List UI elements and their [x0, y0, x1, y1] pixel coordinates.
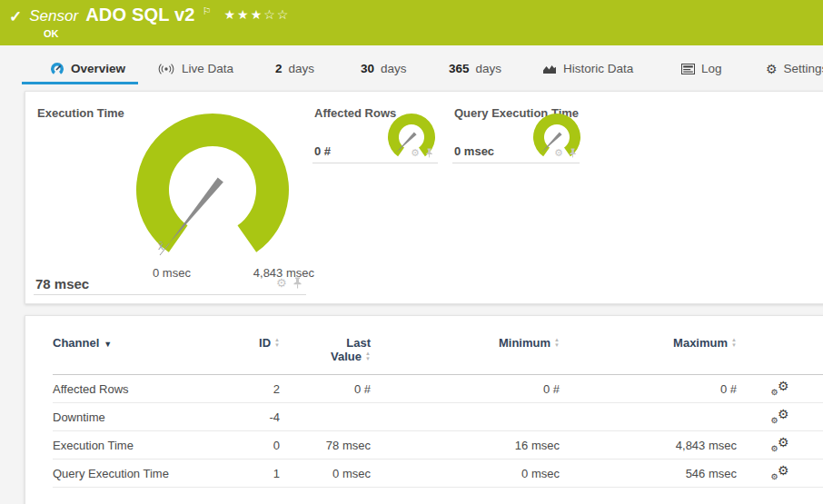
column-header-minimum[interactable]: Minimum▲▼ [371, 332, 560, 375]
tab-label: Live Data [182, 62, 233, 75]
channel-id: -4 [212, 403, 280, 431]
table-header-row: Channel▼ ID▲▼ Last Value▲▼ Minimum▲▼ Max… [53, 332, 823, 375]
gauge-icon [50, 62, 64, 75]
tab-number: 2 [275, 62, 283, 75]
column-label: Value [331, 350, 362, 363]
tab-30-days[interactable]: 30 days [361, 54, 407, 83]
gear-icon[interactable]: ⚙ [411, 148, 420, 158]
column-label: Maximum [673, 336, 728, 350]
channel-last-value: 78 msec [280, 431, 371, 460]
channel-id: 2 [212, 375, 280, 403]
sort-icon: ▲▼ [274, 338, 280, 348]
channel-maximum [560, 403, 737, 431]
widget-actions: ⚙ [276, 277, 302, 289]
ok-check-icon: ✓ [9, 7, 22, 26]
execution-time-value: 78 msec [35, 276, 89, 292]
table-row: Query Execution Time 1 0 msec 0 msec 546… [53, 460, 823, 488]
pin-icon[interactable] [569, 148, 577, 158]
channel-maximum: 0 # [560, 375, 737, 403]
channels-panel: Channel▼ ID▲▼ Last Value▲▼ Minimum▲▼ Max… [25, 315, 823, 504]
sensor-status-header: ✓ Sensor ADO SQL v2 ⚐ ★★★☆☆ OK [0, 0, 823, 45]
table-row: Downtime -4 ⚙⚙ [53, 403, 823, 431]
status-badge: OK [44, 28, 59, 39]
execution-time-gauge [133, 110, 293, 257]
channel-name[interactable]: Downtime [53, 403, 212, 431]
flag-icon[interactable]: ⚐ [203, 5, 212, 17]
channel-last-value: 0 msec [280, 460, 371, 488]
tab-label: Log [701, 62, 722, 75]
priority-stars[interactable]: ★★★☆☆ [224, 7, 291, 22]
affected-rows-value: 0 # [314, 144, 331, 158]
channel-minimum: 16 msec [371, 431, 560, 460]
area-chart-icon [542, 63, 557, 74]
gauge-title-affected-rows: Affected Rows [314, 106, 396, 120]
column-header-settings [737, 332, 823, 375]
channel-id: 0 [212, 431, 280, 460]
gear-icon: ⚙ [766, 63, 778, 75]
channel-settings-icon[interactable]: ⚙⚙ [771, 380, 789, 395]
sort-icon: ▲▼ [365, 351, 371, 361]
channel-table: Channel▼ ID▲▼ Last Value▲▼ Minimum▲▼ Max… [53, 332, 823, 488]
channel-settings-icon[interactable]: ⚙⚙ [771, 437, 789, 451]
tab-label: Settings [784, 62, 823, 75]
column-header-id[interactable]: ID▲▼ [212, 332, 280, 375]
gauge-min-label: 0 msec [153, 266, 191, 280]
sensor-title: ADO SQL v2 [85, 5, 195, 25]
widget-divider [34, 294, 306, 295]
tab-label: days [476, 62, 502, 75]
channel-last-value [280, 403, 371, 431]
tab-settings[interactable]: ⚙ Settings [766, 54, 823, 83]
tab-365-days[interactable]: 365 days [449, 54, 501, 83]
widget-actions: ⚙ [554, 148, 577, 158]
tab-label: days [381, 62, 407, 75]
tab-label: days [289, 62, 315, 75]
column-label: Last [280, 336, 371, 350]
tab-log[interactable]: Log [681, 54, 722, 83]
query-execution-time-value: 0 msec [454, 144, 494, 158]
gear-icon[interactable]: ⚙ [276, 277, 287, 289]
column-label: Minimum [499, 336, 550, 350]
channel-minimum [371, 403, 560, 431]
channel-name[interactable]: Affected Rows [53, 375, 212, 403]
tab-overview[interactable]: Overview [50, 54, 125, 83]
tab-bar: Overview Live Data 2 days 30 days 365 da… [0, 54, 823, 85]
tab-2-days[interactable]: 2 days [275, 54, 314, 83]
channel-last-value: 0 # [280, 375, 371, 403]
broadcast-icon [157, 63, 175, 75]
channel-name[interactable]: Query Execution Time [53, 460, 212, 488]
channel-minimum: 0 msec [371, 460, 560, 488]
column-header-maximum[interactable]: Maximum▲▼ [560, 332, 737, 375]
active-tab-underline [22, 82, 138, 84]
channel-id: 1 [212, 460, 280, 488]
column-header-channel[interactable]: Channel▼ [53, 332, 212, 375]
sorted-desc-icon: ▼ [104, 340, 112, 349]
channel-settings-icon[interactable]: ⚙⚙ [771, 465, 789, 479]
channel-minimum: 0 # [371, 375, 560, 403]
gear-icon[interactable]: ⚙ [554, 148, 563, 158]
table-row: Execution Time 0 78 msec 16 msec 4,843 m… [53, 431, 823, 460]
average-marker: x̄ [158, 240, 164, 252]
object-kind-label: Sensor [29, 7, 78, 25]
tab-historic-data[interactable]: Historic Data [542, 54, 633, 83]
pin-icon[interactable] [293, 277, 302, 289]
gauges-panel: Execution Time x̄ 0 msec 4,843 msec 78 m… [25, 91, 823, 304]
widget-actions: ⚙ [411, 148, 433, 158]
channel-name[interactable]: Execution Time [53, 431, 212, 460]
tab-label: Historic Data [563, 62, 633, 75]
table-row: Affected Rows 2 0 # 0 # 0 # ⚙⚙ [53, 375, 823, 403]
tab-number: 365 [449, 62, 470, 75]
tab-live-data[interactable]: Live Data [157, 54, 233, 83]
widget-divider [452, 163, 580, 163]
pin-icon[interactable] [425, 148, 433, 158]
column-header-last-value[interactable]: Last Value▲▼ [280, 332, 371, 375]
channel-maximum: 546 msec [560, 460, 737, 488]
gauge-title-execution-time: Execution Time [37, 106, 124, 120]
tab-number: 30 [361, 62, 374, 75]
channel-maximum: 4,843 msec [560, 431, 737, 460]
column-label: ID [259, 336, 271, 350]
column-label: Channel [53, 336, 99, 350]
widget-divider [312, 163, 438, 163]
channel-settings-icon[interactable]: ⚙⚙ [771, 409, 789, 423]
sort-icon: ▲▼ [731, 338, 737, 348]
log-list-icon [681, 64, 695, 74]
